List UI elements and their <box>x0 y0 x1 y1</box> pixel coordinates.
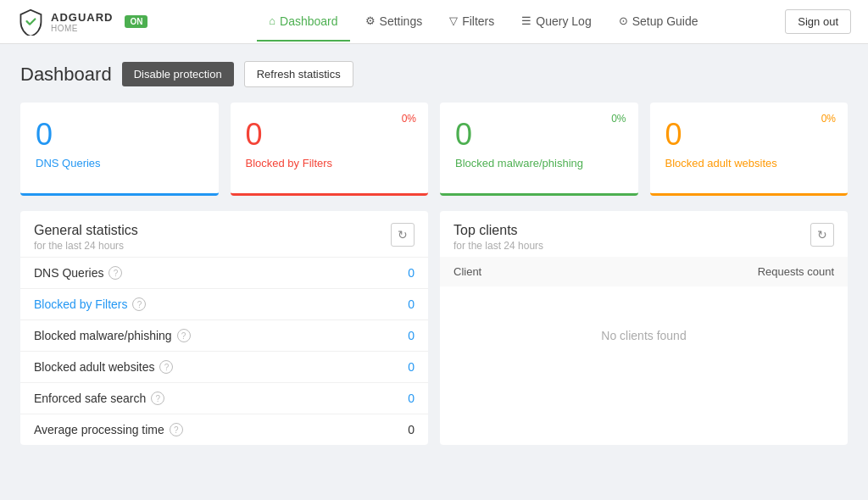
nav-label-setup-guide: Setup Guide <box>632 14 698 28</box>
general-stats-title: General statistics <box>34 223 138 238</box>
nav-label-query-log: Query Log <box>536 14 591 28</box>
page-header: Dashboard Disable protection Refresh sta… <box>20 61 848 87</box>
nav-item-settings[interactable]: ⚙ Settings <box>353 3 435 42</box>
row-label-adult: Blocked adult websites <box>34 360 154 374</box>
stats-cards-row: 0 DNS Queries 0% 0 Blocked by Filters 0%… <box>20 103 848 196</box>
row-value-malware: 0 <box>364 320 428 352</box>
top-clients-refresh-button[interactable]: ↻ <box>810 223 834 247</box>
main-nav: ⌂ Dashboard ⚙ Settings ▽ Filters ☰ Query… <box>181 3 785 42</box>
clients-table-header: Client Requests count <box>440 257 848 286</box>
table-row: Blocked malware/phishing ? 0 <box>20 320 428 352</box>
blocked-malware-percent: 0% <box>611 113 626 125</box>
top-clients-title: Top clients <box>453 223 543 238</box>
top-clients-panel: Top clients for the last 24 hours ↻ Clie… <box>440 211 848 445</box>
blocked-filters-label: Blocked by Filters <box>246 157 414 169</box>
table-row: Blocked by Filters ? 0 <box>20 289 428 320</box>
nav-item-setup-guide[interactable]: ⊙ Setup Guide <box>607 3 710 42</box>
logo-text: ADGUARD HOME <box>51 11 113 33</box>
help-icon-safe-search[interactable]: ? <box>151 392 164 405</box>
nav-item-dashboard[interactable]: ⌂ Dashboard <box>257 3 349 42</box>
row-value-dns: 0 <box>364 258 428 289</box>
setup-guide-icon: ⊙ <box>619 14 628 27</box>
blocked-adult-percent: 0% <box>821 113 836 125</box>
nav-label-filters: Filters <box>462 14 494 28</box>
row-label-dns: DNS Queries <box>34 266 103 280</box>
blocked-malware-label: Blocked malware/phishing <box>455 157 623 169</box>
row-value-safe-search: 0 <box>364 383 428 414</box>
help-icon-dns[interactable]: ? <box>108 266 122 280</box>
blocked-filters-number: 0 <box>246 118 414 152</box>
top-clients-header: Top clients for the last 24 hours ↻ <box>440 211 848 257</box>
refresh-statistics-button[interactable]: Refresh statistics <box>244 61 353 87</box>
nav-label-settings: Settings <box>380 14 423 28</box>
nav-item-filters[interactable]: ▽ Filters <box>437 3 506 42</box>
help-icon-avg-time[interactable]: ? <box>170 423 183 436</box>
row-label-avg-time: Average processing time <box>34 423 164 436</box>
logo-shield-icon <box>17 8 44 36</box>
query-log-icon: ☰ <box>521 14 531 27</box>
dashboard-icon: ⌂ <box>269 14 275 27</box>
top-clients-subtitle: for the last 24 hours <box>453 240 543 252</box>
row-label-malware: Blocked malware/phishing <box>34 329 172 342</box>
table-row: DNS Queries ? 0 <box>20 258 428 289</box>
col-client-header: Client <box>440 257 581 286</box>
logo-brand: ADGUARD <box>51 11 113 24</box>
stat-card-blocked-malware: 0% 0 Blocked malware/phishing <box>440 103 638 196</box>
page-title: Dashboard <box>20 64 112 86</box>
dns-queries-label: DNS Queries <box>36 157 203 169</box>
header: ADGUARD HOME ON ⌂ Dashboard ⚙ Settings ▽… <box>0 0 868 44</box>
logo-sub: HOME <box>51 24 113 33</box>
blocked-adult-label: Blocked adult websites <box>665 157 833 169</box>
row-value-blocked-filters: 0 <box>364 289 428 320</box>
no-clients-row: No clients found <box>440 286 848 385</box>
general-stats-refresh-button[interactable]: ↻ <box>391 223 415 247</box>
row-value-adult: 0 <box>364 352 428 383</box>
table-row: Enforced safe search ? 0 <box>20 383 428 414</box>
main-content: Dashboard Disable protection Refresh sta… <box>0 44 868 462</box>
col-requests-header: Requests count <box>581 257 848 286</box>
general-stats-table: DNS Queries ? 0 Blocked by Filters ? 0 B… <box>20 257 428 445</box>
table-row: Blocked adult websites ? 0 <box>20 352 428 383</box>
row-value-avg-time: 0 <box>364 414 428 446</box>
sign-out-button[interactable]: Sign out <box>785 9 851 34</box>
blocked-adult-number: 0 <box>665 118 833 152</box>
row-label-safe-search: Enforced safe search <box>34 392 146 405</box>
general-stats-panel: General statistics for the last 24 hours… <box>20 211 428 445</box>
general-stats-header: General statistics for the last 24 hours… <box>20 211 428 257</box>
bottom-row: General statistics for the last 24 hours… <box>20 211 848 445</box>
help-icon-adult[interactable]: ? <box>159 360 173 374</box>
no-clients-message: No clients found <box>440 286 848 385</box>
help-icon-blocked-filters[interactable]: ? <box>132 297 146 311</box>
stat-card-blocked-filters: 0% 0 Blocked by Filters <box>231 103 429 196</box>
stat-card-blocked-adult: 0% 0 Blocked adult websites <box>650 103 849 196</box>
status-on-badge: ON <box>125 15 147 28</box>
table-row: Average processing time ? 0 <box>20 414 428 446</box>
disable-protection-button[interactable]: Disable protection <box>122 62 234 86</box>
clients-table: Client Requests count No clients found <box>440 257 848 385</box>
logo: ADGUARD HOME ON <box>17 8 147 36</box>
settings-icon: ⚙ <box>365 14 376 27</box>
stat-card-dns-queries: 0 DNS Queries <box>20 103 219 196</box>
dns-queries-number: 0 <box>36 118 203 152</box>
row-link-blocked-filters[interactable]: Blocked by Filters <box>34 297 127 311</box>
blocked-filters-percent: 0% <box>402 113 416 125</box>
general-stats-subtitle: for the last 24 hours <box>34 240 138 252</box>
filters-icon: ▽ <box>449 14 458 27</box>
help-icon-malware[interactable]: ? <box>177 329 191 342</box>
nav-item-query-log[interactable]: ☰ Query Log <box>509 3 603 42</box>
blocked-malware-number: 0 <box>455 118 623 152</box>
nav-label-dashboard: Dashboard <box>280 14 338 28</box>
